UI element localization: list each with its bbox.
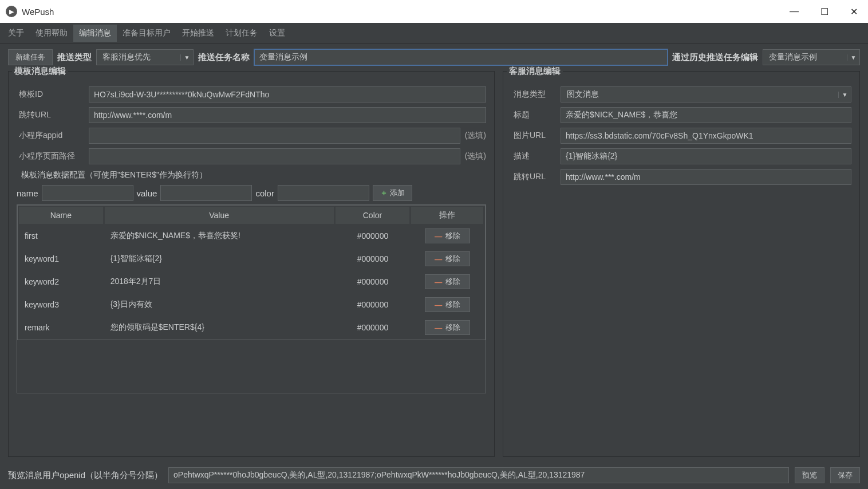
cs-redirect-url-label: 跳转URL xyxy=(511,172,561,182)
cell-color: #000000 xyxy=(336,271,411,293)
add-name-label: name xyxy=(17,188,38,198)
msg-type-label: 消息类型 xyxy=(511,89,561,100)
remove-button[interactable]: —移除 xyxy=(425,274,470,289)
msg-type-select[interactable]: 图文消息 ▼ xyxy=(561,86,851,102)
table-row: keyword22018年2月7日#000000—移除 xyxy=(19,271,484,293)
cell-ops: —移除 xyxy=(411,225,484,247)
miniapp-id-hint: (选填) xyxy=(465,131,486,141)
cell-value: 亲爱的$NICK_NAME$，恭喜您获奖! xyxy=(105,225,334,247)
preview-openid-input[interactable] xyxy=(168,467,789,483)
cell-color: #000000 xyxy=(336,294,411,316)
add-value-label: value xyxy=(137,188,157,198)
save-button[interactable]: 保存 xyxy=(830,467,860,483)
cell-color: #000000 xyxy=(336,317,411,338)
remove-button-label: 移除 xyxy=(445,231,460,241)
remove-button[interactable]: —移除 xyxy=(425,297,470,312)
cell-color: #000000 xyxy=(336,248,411,270)
add-button[interactable]: ＋添加 xyxy=(373,185,412,201)
plus-icon: ＋ xyxy=(380,188,388,198)
remove-button[interactable]: —移除 xyxy=(425,228,470,243)
task-name-input[interactable] xyxy=(254,49,668,65)
minus-icon: — xyxy=(435,301,442,309)
toolbar: 新建任务 推送类型 客服消息优先 ▼ 推送任务名称 通过历史推送任务编辑 变量消… xyxy=(0,44,868,71)
template-message-panel: 模板消息编辑 模板ID 跳转URL 小程序appid (选填) 小程序页面路径 … xyxy=(8,71,495,457)
cell-name: remark xyxy=(19,317,104,338)
app-title: WePush xyxy=(22,7,54,17)
remove-button-label: 移除 xyxy=(445,254,460,264)
minus-icon: — xyxy=(435,232,442,240)
remove-button-label: 移除 xyxy=(445,299,460,310)
menu-settings[interactable]: 设置 xyxy=(263,25,291,42)
add-color-label: color xyxy=(255,188,274,198)
menubar: 关于 使用帮助 编辑消息 准备目标用户 开始推送 计划任务 设置 xyxy=(0,23,868,44)
menu-about[interactable]: 关于 xyxy=(2,25,30,42)
chevron-down-icon: ▼ xyxy=(847,54,859,61)
miniapp-id-label: 小程序appid xyxy=(17,131,89,141)
img-url-input[interactable] xyxy=(561,128,851,144)
push-type-value: 客服消息优先 xyxy=(97,52,180,62)
cell-value: {3}日内有效 xyxy=(105,294,334,316)
minus-icon: — xyxy=(435,278,442,286)
add-color-input[interactable] xyxy=(278,185,369,201)
menu-prepare-users[interactable]: 准备目标用户 xyxy=(117,25,176,42)
customer-message-panel: 客服消息编辑 消息类型 图文消息 ▼ 标题 图片URL 描述 跳转URL xyxy=(503,71,860,457)
template-data-table-wrap: Name Value Color 操作 first亲爱的$NICK_NAME$，… xyxy=(17,204,486,393)
data-config-title: 模板消息数据配置（可使用"$ENTER$"作为换行符） xyxy=(21,170,486,180)
img-url-label: 图片URL xyxy=(511,131,561,141)
app-logo-icon: ▶ xyxy=(6,6,17,17)
miniapp-id-input[interactable] xyxy=(89,128,460,144)
new-task-button[interactable]: 新建任务 xyxy=(8,49,53,65)
cell-ops: —移除 xyxy=(411,271,484,293)
cell-name: keyword3 xyxy=(19,294,104,316)
cell-value: {1}智能冰箱{2} xyxy=(105,248,334,270)
cell-value: 2018年2月7日 xyxy=(105,271,334,293)
redirect-url-label: 跳转URL xyxy=(17,110,89,120)
cell-value: 您的领取码是$ENTER${4} xyxy=(105,317,334,338)
menu-edit-message[interactable]: 编辑消息 xyxy=(73,25,117,42)
history-select[interactable]: 变量消息示例 ▼ xyxy=(763,49,860,65)
cs-redirect-url-input[interactable] xyxy=(561,169,851,185)
table-row: remark您的领取码是$ENTER${4}#000000—移除 xyxy=(19,317,484,338)
template-id-input[interactable] xyxy=(89,86,486,102)
window-controls: — ☐ ✕ xyxy=(790,6,862,17)
col-value: Value xyxy=(105,207,334,224)
remove-button[interactable]: —移除 xyxy=(425,251,470,266)
cell-ops: —移除 xyxy=(411,248,484,270)
col-name: Name xyxy=(19,207,104,224)
history-edit-label: 通过历史推送任务编辑 xyxy=(672,52,758,63)
redirect-url-input[interactable] xyxy=(89,107,486,123)
menu-start-push[interactable]: 开始推送 xyxy=(176,25,220,42)
remove-button[interactable]: —移除 xyxy=(425,320,470,335)
maximize-icon[interactable]: ☐ xyxy=(820,6,828,17)
desc-input[interactable] xyxy=(561,148,851,164)
push-type-select[interactable]: 客服消息优先 ▼ xyxy=(96,49,194,65)
close-icon[interactable]: ✕ xyxy=(850,6,858,17)
customer-panel-title: 客服消息编辑 xyxy=(507,66,563,77)
table-row: keyword1{1}智能冰箱{2}#000000—移除 xyxy=(19,248,484,270)
minimize-icon[interactable]: — xyxy=(790,6,799,17)
col-color: Color xyxy=(336,207,411,224)
task-name-label: 推送任务名称 xyxy=(198,52,250,63)
add-name-input[interactable] xyxy=(42,185,133,201)
preview-button[interactable]: 预览 xyxy=(795,467,824,483)
cell-name: keyword2 xyxy=(19,271,104,293)
minus-icon: — xyxy=(435,324,442,332)
desc-label: 描述 xyxy=(511,151,561,161)
table-row: first亲爱的$NICK_NAME$，恭喜您获奖!#000000—移除 xyxy=(19,225,484,247)
template-id-label: 模板ID xyxy=(17,89,89,100)
chevron-down-icon: ▼ xyxy=(838,92,851,98)
chevron-down-icon: ▼ xyxy=(180,54,193,61)
remove-button-label: 移除 xyxy=(445,277,460,287)
minus-icon: — xyxy=(435,255,442,263)
window-titlebar: ▶ WePush — ☐ ✕ xyxy=(0,0,868,23)
cs-title-label: 标题 xyxy=(511,110,561,120)
cell-name: first xyxy=(19,225,104,247)
cs-title-input[interactable] xyxy=(561,107,851,123)
history-value: 变量消息示例 xyxy=(763,52,847,62)
msg-type-value: 图文消息 xyxy=(561,89,838,100)
menu-schedule[interactable]: 计划任务 xyxy=(220,25,263,42)
miniapp-path-input[interactable] xyxy=(89,148,460,164)
table-row: keyword3{3}日内有效#000000—移除 xyxy=(19,294,484,316)
menu-help[interactable]: 使用帮助 xyxy=(30,25,73,42)
add-value-input[interactable] xyxy=(160,185,252,201)
